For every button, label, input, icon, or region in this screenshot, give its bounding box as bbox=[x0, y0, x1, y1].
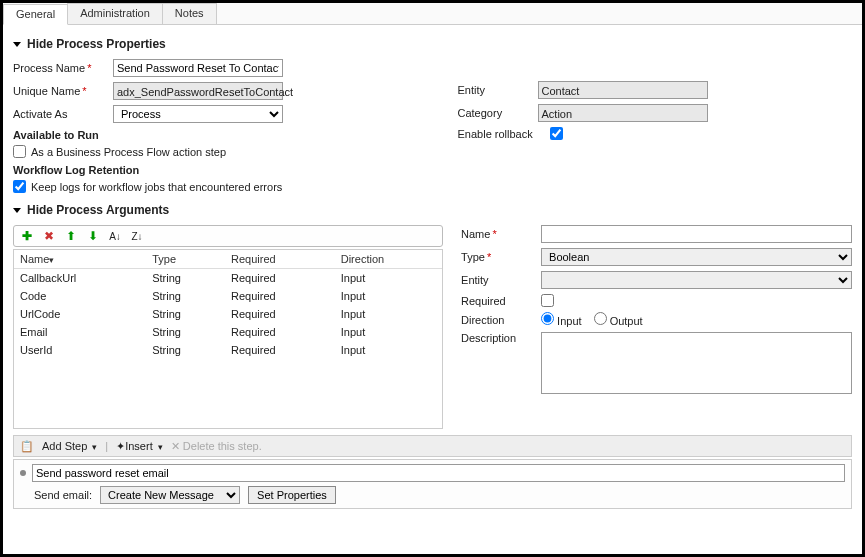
tab-administration[interactable]: Administration bbox=[67, 3, 163, 24]
step-description-input[interactable] bbox=[32, 464, 845, 482]
section-hide-process-arguments[interactable]: Hide Process Arguments bbox=[13, 203, 852, 217]
table-row[interactable]: UserIdStringRequiredInput bbox=[14, 341, 442, 359]
tab-strip: General Administration Notes bbox=[3, 3, 862, 25]
direction-output-radio[interactable] bbox=[594, 312, 607, 325]
col-required: Required bbox=[225, 250, 335, 269]
delete-icon[interactable]: ✖ bbox=[42, 229, 56, 243]
section-hide-process-properties[interactable]: Hide Process Properties bbox=[13, 37, 852, 51]
sort-asc-icon[interactable]: A↓ bbox=[108, 229, 122, 243]
direction-input-radio[interactable] bbox=[541, 312, 554, 325]
move-down-icon[interactable]: ⬇ bbox=[86, 229, 100, 243]
section-title: Hide Process Arguments bbox=[27, 203, 169, 217]
unique-name-field: adx_SendPasswordResetToContact bbox=[113, 82, 283, 100]
label-process-name: Process Name* bbox=[13, 62, 113, 74]
delete-step-button[interactable]: ✕ Delete this step. bbox=[171, 440, 262, 453]
arguments-grid[interactable]: Name▾ Type Required Direction CallbackUr… bbox=[13, 249, 443, 429]
subheading-log-retention: Workflow Log Retention bbox=[13, 164, 408, 176]
step-toolbar: 📋 Add Step ▾ | ✦Insert ▾ ✕ Delete this s… bbox=[13, 435, 852, 457]
bpf-step-checkbox[interactable] bbox=[13, 145, 26, 158]
set-properties-button[interactable]: Set Properties bbox=[248, 486, 336, 504]
keep-logs-checkbox[interactable] bbox=[13, 180, 26, 193]
label-arg-description: Description bbox=[461, 332, 541, 344]
step-bullet-icon bbox=[20, 470, 26, 476]
args-toolbar: ✚ ✖ ⬆ ⬇ A↓ Z↓ bbox=[13, 225, 443, 247]
table-row[interactable]: CallbackUrlStringRequiredInput bbox=[14, 269, 442, 288]
subheading-available-to-run: Available to Run bbox=[13, 129, 408, 141]
enable-rollback-checkbox[interactable] bbox=[550, 127, 563, 140]
label-arg-name: Name* bbox=[461, 228, 541, 240]
table-row[interactable]: UrlCodeStringRequiredInput bbox=[14, 305, 442, 323]
move-up-icon[interactable]: ⬆ bbox=[64, 229, 78, 243]
label-arg-required: Required bbox=[461, 295, 541, 307]
arg-description-textarea[interactable] bbox=[541, 332, 852, 394]
arg-type-select[interactable]: Boolean bbox=[541, 248, 852, 266]
arg-required-checkbox[interactable] bbox=[541, 294, 554, 307]
collapse-triangle-icon bbox=[13, 42, 21, 47]
label-arg-entity: Entity bbox=[461, 274, 541, 286]
label-enable-rollback: Enable rollback bbox=[458, 128, 550, 140]
process-name-input[interactable] bbox=[113, 59, 283, 77]
arg-entity-select[interactable] bbox=[541, 271, 852, 289]
add-step-icon: 📋 bbox=[20, 439, 34, 453]
keep-logs-label: Keep logs for workflow jobs that encount… bbox=[31, 181, 282, 193]
entity-field: Contact bbox=[538, 81, 708, 99]
tab-notes[interactable]: Notes bbox=[162, 3, 217, 24]
col-name: Name▾ bbox=[14, 250, 146, 269]
bpf-step-label: As a Business Process Flow action step bbox=[31, 146, 226, 158]
tab-general[interactable]: General bbox=[3, 4, 68, 25]
collapse-triangle-icon bbox=[13, 208, 21, 213]
add-icon[interactable]: ✚ bbox=[20, 229, 34, 243]
label-arg-type: Type* bbox=[461, 251, 541, 263]
label-unique-name: Unique Name* bbox=[13, 85, 113, 97]
label-entity: Entity bbox=[458, 84, 538, 96]
label-activate-as: Activate As bbox=[13, 108, 113, 120]
label-arg-direction: Direction bbox=[461, 314, 541, 326]
category-field: Action bbox=[538, 104, 708, 122]
table-row[interactable]: CodeStringRequiredInput bbox=[14, 287, 442, 305]
activate-as-select[interactable]: Process bbox=[113, 105, 283, 123]
step-container: Send email: Create New Message Set Prope… bbox=[13, 459, 852, 509]
col-type: Type bbox=[146, 250, 225, 269]
add-step-button[interactable]: Add Step ▾ bbox=[42, 440, 97, 452]
arg-name-input[interactable] bbox=[541, 225, 852, 243]
section-title: Hide Process Properties bbox=[27, 37, 166, 51]
send-email-label: Send email: bbox=[34, 489, 92, 501]
label-category: Category bbox=[458, 107, 538, 119]
table-row[interactable]: EmailStringRequiredInput bbox=[14, 323, 442, 341]
sort-desc-icon[interactable]: Z↓ bbox=[130, 229, 144, 243]
col-direction: Direction bbox=[335, 250, 442, 269]
insert-button[interactable]: ✦Insert ▾ bbox=[116, 440, 163, 453]
send-email-select[interactable]: Create New Message bbox=[100, 486, 240, 504]
